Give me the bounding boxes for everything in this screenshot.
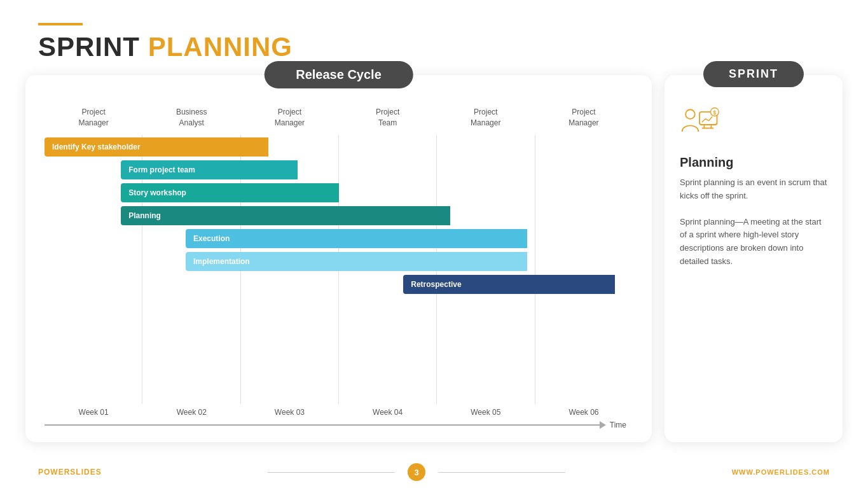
bar-label-7: Retrospective xyxy=(411,280,461,289)
col-header-5: ProjectManager xyxy=(437,107,535,129)
main-content: Release Cycle ProjectManager BusinessAna… xyxy=(0,75,868,442)
footer-brand: POWERSLIDES xyxy=(38,468,102,477)
bars-area: Identify Key stakeholder Form project te… xyxy=(45,135,633,405)
footer-line-left xyxy=(268,472,395,473)
gantt-card: Release Cycle ProjectManager BusinessAna… xyxy=(25,75,652,442)
bar-label-6: Implementation xyxy=(193,257,250,266)
sprint-description-1: Sprint planning is an event in scrum tha… xyxy=(680,176,827,203)
footer-center: 3 xyxy=(102,463,732,481)
week-03: Week 03 xyxy=(240,408,338,417)
sprint-badge: SPRINT xyxy=(703,61,804,87)
gantt-body: Identify Key stakeholder Form project te… xyxy=(45,135,633,429)
bar-label-3: Story workshop xyxy=(128,188,186,197)
col-header-3: ProjectManager xyxy=(240,107,338,129)
sprint-icon: $ xyxy=(680,107,827,145)
bar-retrospective: Retrospective xyxy=(403,275,615,294)
col-header-6: ProjectManager xyxy=(535,107,633,129)
sprint-section-title: Planning xyxy=(680,155,827,170)
bar-label-1: Identify Key stakeholder xyxy=(52,143,141,151)
footer-website: WWW.POWERLIDES.COM xyxy=(732,468,830,476)
week-labels: Week 01 Week 02 Week 03 Week 04 Week 05 … xyxy=(45,408,633,417)
week-06: Week 06 xyxy=(535,408,633,417)
bar-label-4: Planning xyxy=(128,211,161,220)
title-orange: PLANNING xyxy=(140,32,293,62)
col-header-4: ProjectTeam xyxy=(339,107,437,129)
week-02: Week 02 xyxy=(142,408,240,417)
col-header-1: ProjectManager xyxy=(45,107,142,129)
planning-icon: $ xyxy=(680,107,720,143)
sprint-description-2: Sprint planning—A meeting at the start o… xyxy=(680,216,827,268)
footer-brand-black: POWER xyxy=(38,468,70,477)
bar-form-project-team: Form project team xyxy=(121,160,298,179)
svg-point-0 xyxy=(685,109,695,119)
footer: POWERSLIDES 3 WWW.POWERLIDES.COM xyxy=(0,456,868,488)
header-accent-line xyxy=(38,23,83,25)
bar-planning: Planning xyxy=(121,206,450,225)
week-05: Week 05 xyxy=(437,408,535,417)
page-number: 3 xyxy=(408,463,425,481)
timeline-line xyxy=(45,424,600,426)
svg-text:$: $ xyxy=(713,110,717,116)
footer-brand-orange: SLIDES xyxy=(70,468,101,477)
week-01: Week 01 xyxy=(45,408,142,417)
timeline-axis: Time xyxy=(45,421,633,429)
timeline-label: Time xyxy=(610,421,626,429)
bar-label-5: Execution xyxy=(193,234,230,243)
bar-implementation: Implementation xyxy=(186,252,527,271)
week-04: Week 04 xyxy=(339,408,437,417)
col-header-2: BusinessAnalyst xyxy=(142,107,240,129)
sprint-card: SPRINT $ Planning Sprint planning is an … xyxy=(665,75,843,442)
page-title: SPRINT PLANNING xyxy=(38,32,830,62)
bar-execution: Execution xyxy=(186,229,527,248)
bar-story-workshop: Story workshop xyxy=(121,183,338,202)
title-black: SPRINT xyxy=(38,32,140,62)
column-headers: ProjectManager BusinessAnalyst ProjectMa… xyxy=(45,101,633,129)
release-cycle-badge: Release Cycle xyxy=(264,61,413,88)
timeline-arrow-icon xyxy=(600,421,606,429)
footer-line-right xyxy=(438,472,565,473)
bar-label-2: Form project team xyxy=(128,165,195,174)
bar-identify-stakeholder: Identify Key stakeholder xyxy=(45,137,268,157)
